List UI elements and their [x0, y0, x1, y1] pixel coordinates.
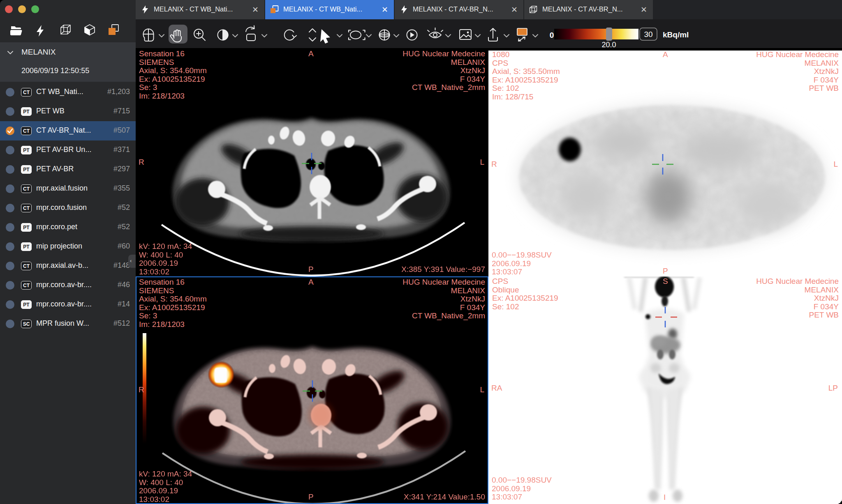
- svg-text:0: 0: [550, 31, 554, 39]
- svg-text:20.0: 20.0: [601, 41, 616, 48]
- svg-text:30: 30: [644, 30, 652, 39]
- svg-text:kBq/ml: kBq/ml: [663, 30, 689, 39]
